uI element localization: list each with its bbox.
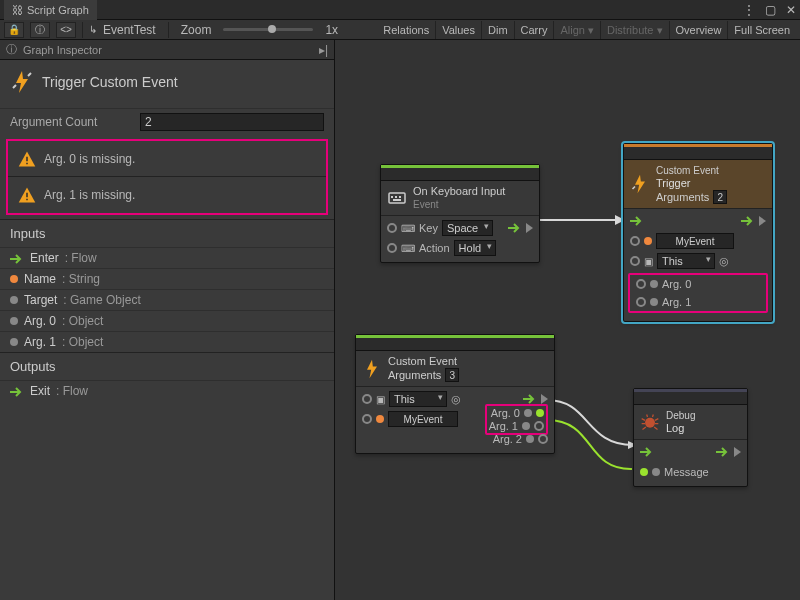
window-maximize-icon[interactable]: ▢ — [765, 3, 776, 17]
args-count-badge: 2 — [713, 190, 727, 204]
node-on-keyboard-input[interactable]: On Keyboard Input Event ⌨ Key Space — [380, 164, 540, 263]
svg-rect-12 — [399, 196, 401, 198]
target-picker-icon[interactable]: ◎ — [451, 393, 461, 406]
code-button[interactable]: <> — [56, 22, 76, 38]
input-socket[interactable] — [630, 256, 640, 266]
node-title: Custom Event — [388, 355, 459, 368]
key-dropdown[interactable]: Space — [442, 220, 493, 236]
key-icon: ⌨ — [401, 223, 415, 234]
svg-rect-2 — [26, 156, 28, 161]
argument-count-input[interactable] — [140, 113, 324, 131]
inspector-title: Trigger Custom Event — [42, 74, 178, 90]
svg-marker-14 — [635, 175, 645, 193]
argument-count-label: Argument Count — [10, 115, 140, 129]
output-socket[interactable] — [534, 421, 544, 431]
action-label: Action — [419, 242, 450, 254]
flow-out-port[interactable] — [508, 223, 522, 233]
data-port-icon — [652, 468, 660, 476]
event-name-field[interactable]: MyEvent — [656, 233, 734, 249]
action-icon: ⌨ — [401, 243, 415, 254]
arg2-label: Arg. 2 — [493, 433, 522, 445]
data-port-icon — [10, 338, 18, 346]
event-icon — [630, 174, 650, 194]
window-more-icon[interactable]: ⋮ — [743, 3, 755, 17]
action-dropdown[interactable]: Hold — [454, 240, 497, 256]
output-socket[interactable] — [538, 434, 548, 444]
input-socket[interactable] — [640, 468, 648, 476]
breadcrumb[interactable]: EventTest — [103, 23, 156, 37]
input-port-row: Name : String — [0, 268, 334, 289]
inspector-header: Graph Inspector — [23, 44, 102, 56]
flow-out-port[interactable] — [716, 447, 730, 457]
script-graph-icon: ⛓ — [12, 4, 23, 16]
svg-rect-6 — [26, 199, 28, 201]
svg-point-16 — [645, 418, 655, 428]
menu-fullscreen[interactable]: Full Screen — [728, 21, 796, 39]
message-label: Message — [664, 466, 709, 478]
exec-out-socket[interactable] — [734, 447, 741, 457]
node-title: On Keyboard Input — [413, 185, 505, 198]
input-socket[interactable] — [362, 394, 372, 404]
svg-rect-13 — [393, 199, 401, 201]
data-port-icon — [522, 422, 530, 430]
input-socket[interactable] — [636, 279, 646, 289]
menu-align[interactable]: Align ▾ — [554, 21, 601, 39]
exec-out-socket[interactable] — [541, 394, 548, 404]
output-socket[interactable] — [536, 409, 544, 417]
window-title: Script Graph — [27, 4, 89, 16]
exec-out-socket[interactable] — [526, 223, 533, 233]
menu-overview[interactable]: Overview — [670, 21, 729, 39]
input-port-row: Target : Game Object — [0, 289, 334, 310]
node-debug-log[interactable]: Debug Log Message — [633, 388, 748, 487]
target-picker-icon[interactable]: ◎ — [719, 255, 729, 268]
flow-in-port[interactable] — [640, 447, 654, 457]
node-subtitle: Event — [413, 198, 505, 211]
flow-out-port[interactable] — [523, 394, 537, 404]
data-port-icon — [10, 275, 18, 283]
graph-canvas[interactable]: On Keyboard Input Event ⌨ Key Space — [335, 40, 800, 600]
arg1-label: Arg. 1 — [662, 296, 691, 308]
warning-text: Arg. 1 is missing. — [44, 188, 135, 202]
input-socket[interactable] — [630, 236, 640, 246]
flow-out-port[interactable] — [741, 216, 755, 226]
target-dropdown[interactable]: This — [657, 253, 715, 269]
args-count-badge: 3 — [445, 368, 459, 382]
svg-marker-15 — [367, 359, 377, 377]
menu-relations[interactable]: Relations — [377, 21, 436, 39]
warning-row: Arg. 0 is missing. — [8, 141, 326, 177]
data-port-icon — [376, 415, 384, 423]
svg-rect-10 — [391, 196, 393, 198]
menu-values[interactable]: Values — [436, 21, 482, 39]
target-dropdown[interactable]: This — [389, 391, 447, 407]
input-port-row: Arg. 0 : Object — [0, 310, 334, 331]
input-socket[interactable] — [387, 243, 397, 253]
flow-arrow-icon — [10, 253, 24, 263]
node-trigger-custom-event[interactable]: Custom Event Trigger Arguments 2 — [623, 143, 773, 322]
window-tab[interactable]: ⛓ Script Graph — [4, 0, 97, 20]
warnings-box: Arg. 0 is missing. Arg. 1 is missing. — [6, 139, 328, 215]
cube-icon: ▣ — [376, 394, 385, 405]
flow-in-port[interactable] — [630, 216, 644, 226]
input-socket[interactable] — [636, 297, 646, 307]
input-socket[interactable] — [362, 414, 372, 424]
menu-carry[interactable]: Carry — [515, 21, 555, 39]
menu-dim[interactable]: Dim — [482, 21, 515, 39]
node-custom-event[interactable]: Custom Event Arguments 3 ▣ This ◎ — [355, 334, 555, 454]
exec-out-socket[interactable] — [759, 216, 766, 226]
info-button[interactable]: ⓘ — [30, 22, 50, 38]
zoom-slider[interactable] — [223, 28, 313, 31]
arg1-label: Arg. 1 — [489, 420, 518, 432]
event-icon — [10, 70, 34, 94]
flow-arrow-icon — [10, 386, 24, 396]
menu-distribute[interactable]: Distribute ▾ — [601, 21, 670, 39]
window-close-icon[interactable]: ✕ — [786, 3, 796, 17]
svg-rect-3 — [26, 162, 28, 164]
output-port-row: Exit : Flow — [0, 380, 334, 401]
warning-icon — [18, 186, 36, 204]
lock-button[interactable]: 🔒 — [4, 22, 24, 38]
keyboard-icon — [387, 188, 407, 208]
key-label: Key — [419, 222, 438, 234]
inspector-collapse-icon[interactable]: ▸| — [319, 43, 328, 57]
event-name-field[interactable]: MyEvent — [388, 411, 458, 427]
input-socket[interactable] — [387, 223, 397, 233]
